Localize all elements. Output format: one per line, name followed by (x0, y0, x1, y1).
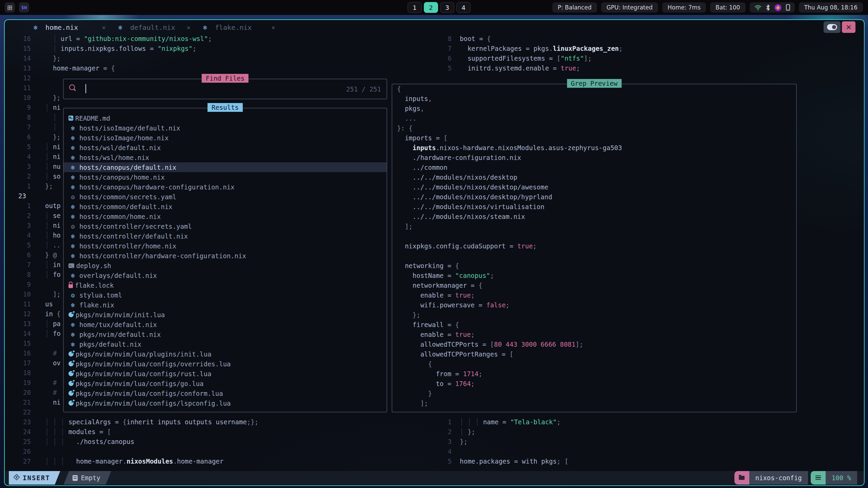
result-item[interactable]: ❄hosts/canopus/default.nix (64, 162, 387, 172)
result-item[interactable]: ❄overlays/default.nix (64, 270, 387, 280)
result-item[interactable]: ❄hosts/controller/hardware-configuration… (64, 251, 387, 261)
result-item[interactable]: pkgs/nvim/nvim/lua/configs/rust.lua (64, 369, 387, 379)
result-item[interactable]: M↓README.md (64, 113, 387, 123)
nix-snowflake: ❄ (31, 24, 40, 31)
code-text: # (31, 389, 57, 399)
tab-default.nix[interactable]: ❄default.nix× (116, 23, 201, 32)
system-bar: ⊞ $W 1234 P: BalancedGPU: IntegratedHome… (0, 0, 868, 15)
line-number: 9 (5, 281, 31, 290)
toggle-button[interactable] (824, 21, 841, 33)
status-bar: INSERT Empty nixos-config 100 % (5, 471, 864, 485)
result-item[interactable]: ❄home/tux/default.nix (64, 320, 387, 329)
wifi-icon[interactable] (754, 5, 762, 11)
result-label: pkgs/nvim/nvim/lua/configs/lspconfig.lua (76, 400, 231, 407)
workspace-2[interactable]: 2 (424, 2, 438, 13)
tab-flake.nix[interactable]: ❄flake.nix× (201, 23, 285, 32)
result-item[interactable]: ⚙stylua.toml (64, 290, 387, 300)
result-item[interactable]: flake.lock (64, 280, 387, 290)
phone-icon[interactable] (786, 4, 790, 11)
code-line: 3}; (437, 438, 861, 448)
clock[interactable]: Thu Aug 08, 18:16 (799, 2, 863, 13)
tab-close-icon[interactable]: × (187, 24, 191, 31)
nix-snowflake: ❄ (201, 24, 210, 31)
line-number: 18 (5, 369, 31, 379)
find-files-title: Find Files (202, 74, 249, 83)
result-item[interactable]: >_deploy.sh (64, 261, 387, 270)
code-text: │ ni (31, 222, 61, 231)
line-number: 11 (5, 84, 31, 94)
result-item[interactable]: pkgs/nvim/nvim/lua/configs/go.lua (64, 379, 387, 388)
tab-close-icon[interactable]: × (272, 24, 275, 31)
line-number: 3 (437, 438, 452, 448)
result-item[interactable]: ❄hosts/wsl/home.nix (64, 152, 387, 162)
preview-line: wifi.powersave = false; (397, 301, 795, 311)
preview-line: ]; (397, 223, 795, 232)
result-label: flake.nix (79, 301, 114, 309)
preview-code: { inputs, pkgs, ...}: { imports = [ inpu… (397, 85, 795, 409)
code-text: │ ni (31, 143, 61, 153)
system-tray[interactable] (750, 2, 795, 13)
line-number: 15 (5, 340, 31, 349)
preview-line: nixpkgs.config.cudaSupport = true; (397, 242, 795, 252)
find-files-popup[interactable]: Find Files 251 / 251 (63, 79, 387, 99)
line-number: 7 (5, 123, 31, 133)
code-text (31, 281, 45, 290)
statusbar-left: INSERT Empty (9, 471, 111, 485)
result-label: pkgs/nvim/default.nix (79, 331, 161, 338)
bluetooth-icon[interactable] (766, 4, 770, 11)
pill-power-profile[interactable]: P: Balanced (552, 2, 597, 13)
result-item[interactable]: pkgs/nvim/nvim/lua/configs/conform.lua (64, 388, 387, 398)
code-text: │ fo (31, 330, 61, 340)
result-item[interactable]: pkgs/nvim/nvim/lua/configs/overrides.lua (64, 359, 387, 369)
window-close-button[interactable]: × (842, 21, 855, 33)
result-item[interactable]: ❄pkgs/nvim/default.nix (64, 329, 387, 339)
pill-network-latency[interactable]: Home: 7ms (662, 2, 706, 13)
result-item[interactable]: pkgs/nvim/nvim/lua/configs/lspconfig.lua (64, 398, 387, 408)
pill-battery[interactable]: Bat: 100 (710, 2, 745, 13)
result-item[interactable]: ❄flake.nix (64, 300, 387, 310)
result-item[interactable]: ❄hosts/controller/default.nix (64, 231, 387, 241)
result-label: hosts/controller/home.nix (79, 242, 176, 250)
result-label: stylua.toml (79, 291, 122, 299)
result-item[interactable]: ⚙hosts/controller/secrets.yaml (64, 221, 387, 231)
nix-snowflake: ❄ (68, 242, 77, 250)
result-item[interactable]: ❄hosts/canopus/hardware-configuration.ni… (64, 182, 387, 192)
code-text: ni (31, 399, 61, 408)
code-text: } @ (31, 251, 57, 261)
tab-close-icon[interactable]: × (102, 24, 106, 31)
result-item[interactable]: ❄hosts/wsl/default.nix (64, 143, 387, 152)
screen: ⊞ $W 1234 P: BalancedGPU: IntegratedHome… (0, 0, 868, 488)
terminal-app-button[interactable]: $W (19, 2, 29, 13)
result-item[interactable]: pkgs/nvim/nvim/lua/plugins/init.lua (64, 349, 387, 359)
markdown-icon: M↓ (68, 116, 73, 121)
workspace-3[interactable]: 3 (440, 2, 454, 13)
result-item[interactable]: ❄hosts/common/default.nix (64, 202, 387, 211)
workspace-1[interactable]: 1 (408, 2, 422, 13)
right-editor-pane-top[interactable]: 8boot = {7 kernelPackages = pkgs.linuxPa… (437, 35, 861, 74)
flame-icon[interactable] (774, 4, 782, 11)
result-item[interactable]: pkgs/nvim/nvim/init.lua (64, 310, 387, 320)
workspace-4[interactable]: 4 (456, 2, 471, 13)
result-item[interactable]: ❄pkgs/default.nix (64, 339, 387, 349)
code-line: 26 (5, 448, 435, 458)
folder-pill (734, 471, 749, 485)
preview-line: allowedTCPPorts = [80 443 3000 6666 8081… (397, 341, 795, 350)
tab-home.nix[interactable]: ❄home.nix× (31, 23, 116, 32)
line-number: 9 (5, 104, 31, 114)
preview-line: ../../modules/nixos/desktop/awesome (397, 183, 795, 193)
line-number: 16 (5, 349, 31, 359)
pill-gpu[interactable]: GPU: Integrated (601, 2, 658, 13)
results-list: M↓README.md❄hosts/isoImage/default.nix❄h… (64, 113, 387, 408)
launcher-button[interactable]: ⊞ (5, 2, 15, 13)
right-editor-pane-bottom[interactable]: 1│ │ │ name = "Tela-black";2│ };3};45hom… (437, 418, 861, 467)
result-item[interactable]: ❄hosts/controller/home.nix (64, 241, 387, 251)
result-item[interactable]: ❄hosts/isoImage/home.nix (64, 133, 387, 143)
preview-line: hostName = "canopus"; (397, 272, 795, 282)
result-item[interactable]: ❄hosts/isoImage/default.nix (64, 123, 387, 133)
preview-line: allowedTCPPortRanges = [ (397, 350, 795, 360)
result-item[interactable]: ⚙hosts/common/secrets.yaml (64, 192, 387, 202)
window-controls: × (824, 21, 855, 33)
line-number: 23 (5, 418, 31, 428)
result-item[interactable]: ❄hosts/canopus/home.nix (64, 172, 387, 182)
result-item[interactable]: ❄hosts/common/home.nix (64, 211, 387, 221)
